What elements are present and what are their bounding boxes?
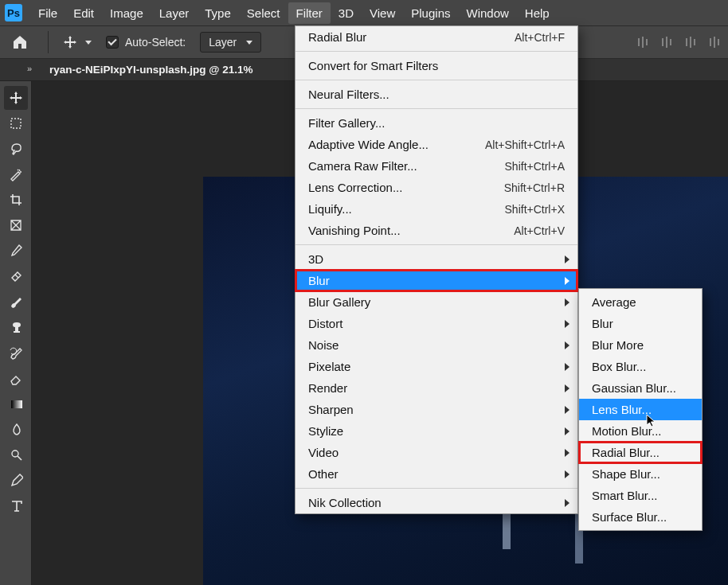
tool-wand[interactable]: [4, 162, 28, 186]
filter-item-sharpen[interactable]: Sharpen: [296, 399, 577, 420]
auto-select-checkbox[interactable]: [106, 36, 119, 49]
menu-select[interactable]: Select: [239, 2, 288, 24]
tool-lasso[interactable]: [4, 137, 28, 161]
layer-dropdown-value: Layer: [209, 36, 237, 49]
menu-item-label: Stylize: [308, 424, 343, 438]
filter-item-video[interactable]: Video: [296, 442, 577, 463]
menu-item-label: Liquify...: [308, 202, 352, 216]
menu-item-shortcut: Alt+Ctrl+F: [515, 31, 565, 44]
menu-item-shortcut: Alt+Shift+Ctrl+A: [485, 138, 565, 151]
divider: [48, 31, 49, 53]
filter-item-camera-raw-filter[interactable]: Camera Raw Filter...Shift+Ctrl+A: [296, 155, 577, 177]
filter-item-liquify[interactable]: Liquify...Shift+Ctrl+X: [296, 198, 577, 220]
menu-item-label: Convert for Smart Filters: [308, 59, 438, 72]
filter-item-other[interactable]: Other: [296, 463, 577, 485]
auto-select-group: Auto-Select:: [106, 36, 186, 49]
tool-crop[interactable]: [4, 188, 28, 212]
blur-item-box-blur[interactable]: Box Blur...: [579, 356, 702, 377]
menu-file[interactable]: File: [30, 2, 65, 24]
menu-item-label: Sharpen: [308, 403, 354, 416]
align-right-icon[interactable]: [683, 35, 698, 49]
menu-item-label: Radial Blur: [308, 30, 366, 44]
filter-item-distort[interactable]: Distort: [296, 313, 577, 334]
menu-separator: [296, 108, 577, 109]
tool-eyedropper[interactable]: [4, 239, 28, 263]
tool-type[interactable]: [4, 493, 28, 517]
menu-layer[interactable]: Layer: [151, 2, 198, 24]
auto-select-label: Auto-Select:: [125, 36, 186, 49]
layer-dropdown[interactable]: Layer: [200, 32, 261, 53]
align-tools: [636, 35, 722, 49]
menu-item-shortcut: Alt+Ctrl+V: [514, 224, 565, 237]
menu-filter[interactable]: Filter: [288, 2, 331, 24]
tool-move[interactable]: [4, 86, 28, 110]
svg-rect-2: [11, 400, 22, 408]
chevron-down-icon: [85, 41, 92, 45]
tool-dodge[interactable]: [4, 443, 28, 466]
filter-item-pixelate[interactable]: Pixelate: [296, 356, 577, 377]
menu-view[interactable]: View: [362, 2, 403, 24]
filter-item-filter-gallery[interactable]: Filter Gallery...: [296, 112, 577, 134]
menu-item-shortcut: Shift+Ctrl+R: [504, 181, 565, 194]
menu-separator: [296, 80, 577, 80]
filter-item-neural-filters[interactable]: Neural Filters...: [296, 84, 577, 105]
align-left-icon[interactable]: [636, 35, 650, 49]
tab-overflow-icon[interactable]: »: [27, 64, 41, 76]
menu-item-label: Render: [308, 381, 347, 395]
app-logo: Ps: [5, 4, 22, 21]
tool-pen[interactable]: [4, 468, 28, 492]
filter-item-lens-correction[interactable]: Lens Correction...Shift+Ctrl+R: [296, 177, 577, 198]
filter-item-stylize[interactable]: Stylize: [296, 420, 577, 442]
filter-item-blur[interactable]: Blur: [296, 270, 577, 291]
menu-item-label: Vanishing Point...: [308, 224, 401, 237]
filter-item-blur-gallery[interactable]: Blur Gallery: [296, 291, 577, 313]
menu-separator: [296, 488, 577, 489]
menu-item-label: Video: [308, 446, 339, 459]
tool-eraser[interactable]: [4, 366, 28, 390]
align-center-icon[interactable]: [660, 35, 674, 49]
filter-item-radial-blur[interactable]: Radial BlurAlt+Ctrl+F: [296, 26, 577, 48]
menu-item-label: Adaptive Wide Angle...: [308, 138, 429, 151]
menu-item-label: Camera Raw Filter...: [308, 159, 417, 173]
blur-item-shape-blur[interactable]: Shape Blur...: [579, 463, 702, 485]
document-tab[interactable]: ryan-c-NEiPIxpYI-unsplash.jpg @ 21.1%: [49, 64, 252, 76]
blur-item-smart-blur[interactable]: Smart Blur...: [579, 485, 702, 506]
distribute-icon[interactable]: [707, 35, 722, 49]
blur-item-lens-blur[interactable]: Lens Blur...: [579, 399, 702, 420]
menu-item-label: Blur Gallery: [308, 295, 370, 309]
blur-item-average[interactable]: Average: [579, 291, 702, 313]
tool-preset-picker[interactable]: [63, 35, 92, 49]
tool-stamp[interactable]: [4, 315, 28, 339]
home-button[interactable]: [6, 31, 33, 53]
menu-edit[interactable]: Edit: [65, 2, 102, 24]
menu-plugins[interactable]: Plugins: [403, 2, 458, 24]
tool-history-brush[interactable]: [4, 341, 28, 365]
tool-marquee[interactable]: [4, 111, 28, 135]
tool-frame[interactable]: [4, 213, 28, 237]
tool-brush[interactable]: [4, 290, 28, 314]
menu-item-label: Neural Filters...: [308, 88, 389, 101]
filter-item-vanishing-point[interactable]: Vanishing Point...Alt+Ctrl+V: [296, 220, 577, 241]
menu-type[interactable]: Type: [197, 2, 239, 24]
filter-item-convert-for-smart-filters[interactable]: Convert for Smart Filters: [296, 55, 577, 76]
tool-blur[interactable]: [4, 417, 28, 441]
filter-item-3d[interactable]: 3D: [296, 248, 577, 270]
menu-help[interactable]: Help: [517, 2, 558, 24]
tool-gradient[interactable]: [4, 392, 28, 415]
menu-image[interactable]: Image: [102, 2, 151, 24]
blur-item-blur[interactable]: Blur: [579, 313, 702, 334]
blur-item-blur-more[interactable]: Blur More: [579, 334, 702, 356]
filter-item-nik-collection[interactable]: Nik Collection: [296, 492, 577, 513]
blur-item-gaussian-blur[interactable]: Gaussian Blur...: [579, 377, 702, 399]
filter-item-noise[interactable]: Noise: [296, 334, 577, 356]
blur-item-surface-blur[interactable]: Surface Blur...: [579, 506, 702, 528]
menu-3d[interactable]: 3D: [331, 2, 362, 24]
menu-item-label: 3D: [308, 252, 323, 266]
blur-item-motion-blur[interactable]: Motion Blur...: [579, 420, 702, 442]
menu-window[interactable]: Window: [458, 2, 516, 24]
menu-item-label: Lens Correction...: [308, 181, 402, 194]
blur-item-radial-blur[interactable]: Radial Blur...: [579, 442, 702, 463]
filter-item-render[interactable]: Render: [296, 377, 577, 399]
tool-healing[interactable]: [4, 264, 28, 288]
filter-item-adaptive-wide-angle[interactable]: Adaptive Wide Angle...Alt+Shift+Ctrl+A: [296, 134, 577, 155]
